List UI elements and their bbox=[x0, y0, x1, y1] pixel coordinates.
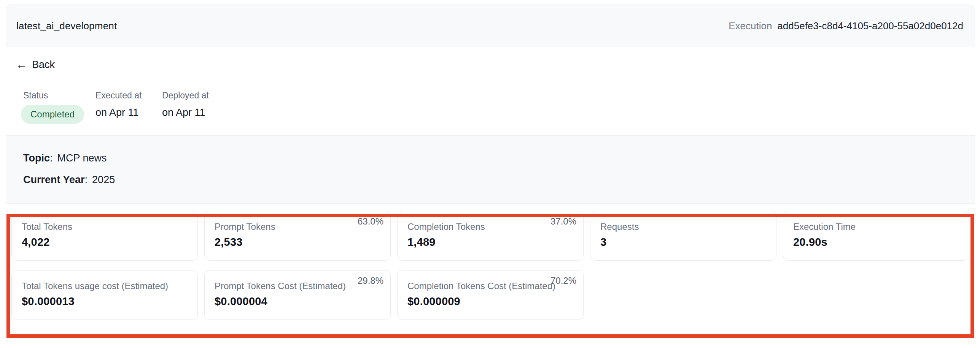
input-current-year-value: 2025 bbox=[92, 174, 115, 185]
metrics-section: Total Tokens 4,022 63.0% Prompt Tokens 2… bbox=[6, 204, 975, 327]
metric-card-prompt-tokens-cost: 29.8% Prompt Tokens Cost (Estimated) $0.… bbox=[204, 270, 391, 320]
metric-label: Completion Tokens bbox=[407, 221, 573, 232]
deployed-at-label: Deployed at bbox=[162, 90, 209, 101]
metric-label: Completion Tokens Cost (Estimated) bbox=[407, 281, 573, 291]
metric-percent: 70.2% bbox=[550, 275, 576, 286]
metric-card-completion-tokens: 37.0% Completion Tokens 1,489 bbox=[397, 211, 584, 261]
inputs-section: Topic:MCP news Current Year:2025 bbox=[6, 135, 975, 204]
input-current-year-label: Current Year bbox=[23, 174, 85, 185]
input-topic-value: MCP news bbox=[57, 152, 107, 164]
metric-value: $0.000013 bbox=[22, 295, 188, 308]
metric-label: Prompt Tokens bbox=[215, 221, 380, 232]
status-badge: Completed bbox=[21, 105, 84, 124]
input-current-year: Current Year:2025 bbox=[23, 174, 958, 186]
back-label: Back bbox=[32, 59, 55, 71]
execution-id: add5efe3-c8d4-4105-a200-55a02d0e012d bbox=[777, 20, 963, 32]
metrics-grid: Total Tokens 4,022 63.0% Prompt Tokens 2… bbox=[11, 211, 969, 320]
metric-card-total-tokens-cost: Total Tokens usage cost (Estimated) $0.0… bbox=[11, 270, 198, 320]
input-topic-separator: : bbox=[50, 152, 53, 164]
execution-info: Execution add5efe3-c8d4-4105-a200-55a02d… bbox=[729, 20, 963, 32]
metric-value: 3 bbox=[600, 236, 766, 248]
metric-percent: 37.0% bbox=[550, 216, 576, 227]
input-topic: Topic:MCP news bbox=[23, 152, 958, 164]
metric-value: 1,489 bbox=[407, 236, 573, 248]
metric-card-completion-tokens-cost: 70.2% Completion Tokens Cost (Estimated)… bbox=[397, 270, 584, 320]
metric-value: $0.000009 bbox=[407, 295, 573, 308]
metric-label: Total Tokens usage cost (Estimated) bbox=[22, 281, 188, 291]
metric-label: Total Tokens bbox=[22, 221, 188, 232]
status-row: Status Completed Executed at on Apr 11 D… bbox=[23, 90, 975, 124]
metric-value: 2,533 bbox=[215, 236, 380, 248]
execution-label: Execution bbox=[729, 20, 772, 32]
page: latest_ai_development Execution add5efe3… bbox=[0, 0, 980, 348]
back-button[interactable]: ← Back bbox=[16, 59, 55, 71]
metric-label: Requests bbox=[600, 221, 766, 232]
executed-at-label: Executed at bbox=[95, 90, 162, 101]
metric-card-requests: Requests 3 bbox=[590, 211, 776, 261]
status-column: Status Completed bbox=[23, 90, 95, 124]
metric-card-prompt-tokens: 63.0% Prompt Tokens 2,533 bbox=[204, 211, 391, 261]
page-title: latest_ai_development bbox=[16, 20, 117, 32]
executed-at-column: Executed at on Apr 11 bbox=[95, 90, 162, 119]
metric-label: Prompt Tokens Cost (Estimated) bbox=[215, 281, 380, 291]
input-topic-label: Topic bbox=[23, 152, 50, 164]
metric-card-total-tokens: Total Tokens 4,022 bbox=[11, 211, 198, 261]
execution-detail-card: latest_ai_development Execution add5efe3… bbox=[6, 5, 975, 348]
deployed-at-value: on Apr 11 bbox=[162, 107, 209, 119]
metric-percent: 63.0% bbox=[358, 216, 383, 227]
metric-value: 20.90s bbox=[793, 236, 959, 248]
metric-value: 4,022 bbox=[22, 236, 188, 248]
metric-label: Execution Time bbox=[793, 221, 959, 232]
deployed-at-column: Deployed at on Apr 11 bbox=[162, 90, 209, 119]
input-current-year-separator: : bbox=[85, 174, 88, 185]
metric-value: $0.000004 bbox=[215, 295, 380, 308]
metric-card-execution-time: Execution Time 20.90s bbox=[783, 211, 969, 261]
executed-at-value: on Apr 11 bbox=[95, 107, 162, 119]
card-header: latest_ai_development Execution add5efe3… bbox=[6, 5, 975, 47]
status-label: Status bbox=[23, 90, 95, 101]
back-arrow-icon: ← bbox=[16, 59, 27, 70]
metric-percent: 29.8% bbox=[358, 275, 383, 286]
